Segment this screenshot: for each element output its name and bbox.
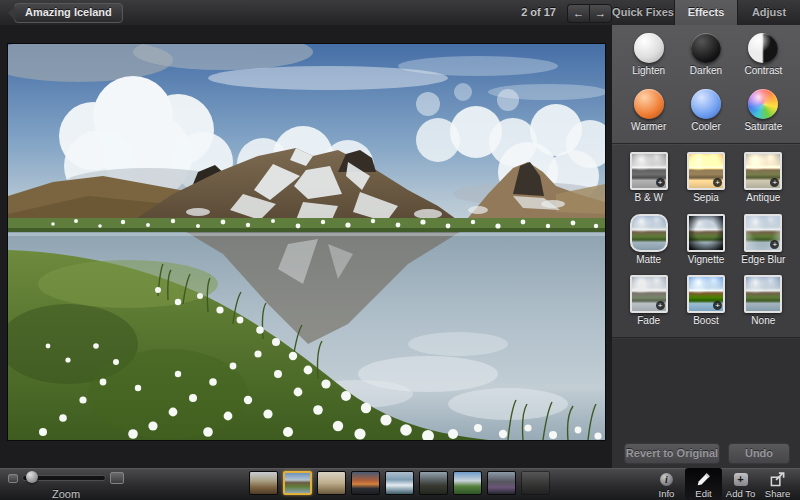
previous-photo-button[interactable]: ← xyxy=(567,4,589,23)
info-icon: i xyxy=(660,473,673,486)
warmer-orb-icon xyxy=(634,89,664,119)
preset-edge-blur[interactable]: + Edge Blur xyxy=(735,212,792,274)
orb-label: Contrast xyxy=(735,65,792,76)
preset-label: Vignette xyxy=(677,254,734,265)
filmstrip xyxy=(249,471,550,495)
preset-label: B & W xyxy=(620,192,677,203)
preset-label: Sepia xyxy=(677,192,734,203)
preset-thumbnail: + xyxy=(744,152,782,190)
photo-nav-group: ← → xyxy=(567,4,612,23)
preset-label: Fade xyxy=(620,315,677,326)
effect-warmer[interactable]: Warmer xyxy=(620,85,677,141)
toolbar-actions: i Info Edit + Add To xyxy=(648,468,796,500)
filmstrip-thumbnail[interactable] xyxy=(385,471,414,495)
info-button[interactable]: i Info xyxy=(648,468,685,500)
action-label: Info xyxy=(659,488,675,499)
top-bar: Amazing Iceland 2 of 17 ← → xyxy=(0,0,612,26)
plus-badge-icon: + xyxy=(770,240,779,249)
effect-lighten[interactable]: Lighten xyxy=(620,29,677,85)
shore-band xyxy=(8,218,605,232)
action-label: Share xyxy=(765,488,790,499)
plus-badge-icon: + xyxy=(656,178,665,187)
filmstrip-thumbnail[interactable] xyxy=(521,471,550,495)
preset-matte[interactable]: Matte xyxy=(620,212,677,274)
saturate-orb-icon xyxy=(748,89,778,119)
lighten-orb-icon xyxy=(634,33,664,63)
pencil-icon xyxy=(696,472,711,487)
preset-thumbnail: + xyxy=(687,152,725,190)
preset-boost[interactable]: + Boost xyxy=(677,273,734,335)
orb-label: Saturate xyxy=(735,121,792,132)
preset-thumbnail: + xyxy=(687,275,725,313)
preset-label: Boost xyxy=(677,315,734,326)
arrow-left-icon: ← xyxy=(573,7,584,19)
preset-none[interactable]: None xyxy=(735,273,792,335)
effect-darken[interactable]: Darken xyxy=(677,29,734,85)
preset-bw[interactable]: + B & W xyxy=(620,150,677,212)
preset-label: None xyxy=(735,315,792,326)
filmstrip-thumbnail[interactable] xyxy=(249,471,278,495)
cooler-orb-icon xyxy=(691,89,721,119)
filmstrip-thumbnail[interactable] xyxy=(419,471,448,495)
orb-label: Cooler xyxy=(677,121,734,132)
zoom-out-thumbnail-icon xyxy=(8,474,18,483)
edit-button[interactable]: Edit xyxy=(685,468,722,500)
preset-fade[interactable]: + Fade xyxy=(620,273,677,335)
tab-adjust[interactable]: Adjust xyxy=(737,0,800,25)
effect-orbs-section: Lighten Darken Contrast Warmer Cooler Sa… xyxy=(612,25,800,143)
plus-badge-icon: + xyxy=(713,178,722,187)
preset-label: Matte xyxy=(620,254,677,265)
share-icon xyxy=(769,472,786,487)
orb-label: Warmer xyxy=(620,121,677,132)
preset-label: Edge Blur xyxy=(735,254,792,265)
photo-counter: 2 of 17 xyxy=(521,6,556,18)
zoom-control: Zoom xyxy=(8,472,124,500)
main-photo[interactable] xyxy=(8,44,605,440)
effect-contrast[interactable]: Contrast xyxy=(735,29,792,85)
preset-thumbnail: + xyxy=(630,275,668,313)
preset-thumbnail xyxy=(744,275,782,313)
tab-effects[interactable]: Effects xyxy=(674,0,737,25)
preset-thumbnail xyxy=(630,214,668,252)
filmstrip-thumbnail[interactable] xyxy=(351,471,380,495)
photo-stage xyxy=(0,25,612,468)
next-photo-button[interactable]: → xyxy=(589,4,612,23)
share-button[interactable]: Share xyxy=(759,468,796,500)
add-to-button[interactable]: + Add To xyxy=(722,468,759,500)
undo-button[interactable]: Undo xyxy=(728,443,790,464)
edit-tabs: Quick Fixes Effects Adjust xyxy=(612,0,800,25)
contrast-orb-icon xyxy=(748,33,778,63)
preset-thumbnail: + xyxy=(744,214,782,252)
orb-label: Lighten xyxy=(620,65,677,76)
action-label: Edit xyxy=(695,488,711,499)
edit-panel: Quick Fixes Effects Adjust Lighten Darke… xyxy=(612,0,800,468)
preset-label: Antique xyxy=(735,192,792,203)
preset-sepia[interactable]: + Sepia xyxy=(677,150,734,212)
filmstrip-thumbnail[interactable] xyxy=(453,471,482,495)
preset-thumbnail xyxy=(687,214,725,252)
zoom-label: Zoom xyxy=(8,488,124,500)
darken-orb-icon xyxy=(691,33,721,63)
arrow-right-icon: → xyxy=(595,7,606,19)
preset-antique[interactable]: + Antique xyxy=(735,150,792,212)
iphoto-edit-window: Amazing Iceland 2 of 17 ← → xyxy=(0,0,800,500)
filmstrip-thumbnail[interactable] xyxy=(317,471,346,495)
filmstrip-thumbnail-selected[interactable] xyxy=(283,471,312,495)
zoom-in-thumbnail-icon xyxy=(110,472,124,484)
effect-saturate[interactable]: Saturate xyxy=(735,85,792,141)
tab-quick-fixes[interactable]: Quick Fixes xyxy=(612,0,674,25)
revert-to-original-button[interactable]: Revert to Original xyxy=(624,443,720,464)
effect-presets-section: + B & W + Sepia + Antique Matte xyxy=(612,143,800,337)
filmstrip-thumbnail[interactable] xyxy=(487,471,516,495)
back-button[interactable]: Amazing Iceland xyxy=(14,3,123,23)
action-label: Add To xyxy=(726,488,755,499)
zoom-slider-knob[interactable] xyxy=(26,471,38,483)
plus-badge-icon: + xyxy=(656,301,665,310)
zoom-slider[interactable] xyxy=(22,475,106,481)
effect-cooler[interactable]: Cooler xyxy=(677,85,734,141)
orb-label: Darken xyxy=(677,65,734,76)
preset-vignette[interactable]: Vignette xyxy=(677,212,734,274)
preset-thumbnail: + xyxy=(630,152,668,190)
panel-lower-section: Revert to Original Undo xyxy=(612,337,800,468)
add-to-icon: + xyxy=(734,473,748,486)
